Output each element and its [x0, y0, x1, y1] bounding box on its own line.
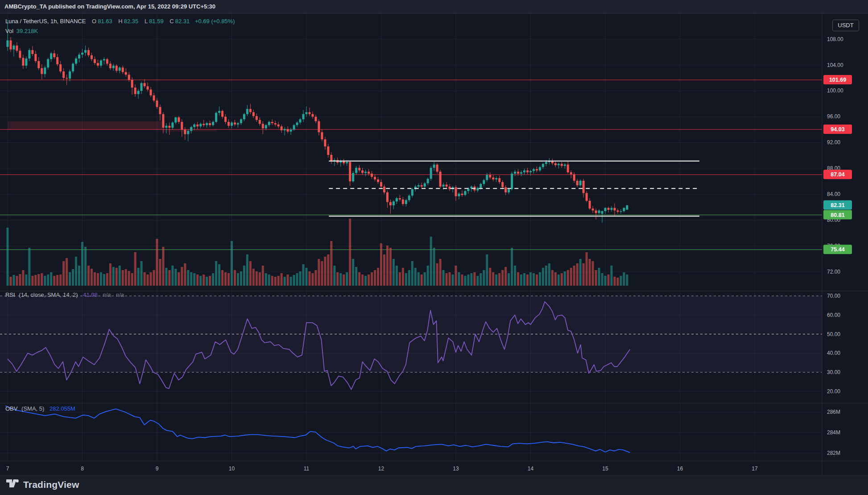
tradingview-footer[interactable]: TradingView: [6, 478, 79, 491]
rsi-na-1: n/a: [103, 291, 111, 298]
svg-text:101.69: 101.69: [829, 77, 846, 83]
svg-text:108.00: 108.00: [827, 36, 843, 42]
currency-toggle-button[interactable]: USDT: [832, 20, 859, 31]
high-value: 82.35: [124, 18, 139, 25]
svg-text:100.00: 100.00: [827, 87, 843, 94]
tradingview-wordmark: TradingView: [23, 479, 79, 490]
volume-label[interactable]: Vol: [5, 28, 13, 34]
svg-text:13: 13: [453, 466, 459, 472]
open-value: 81.63: [98, 18, 112, 25]
low-label: L: [145, 18, 148, 25]
svg-text:282M: 282M: [827, 450, 840, 456]
volume-value: 39.218K: [17, 28, 38, 34]
svg-text:11: 11: [304, 466, 310, 472]
change-value: +0.69 (+0.85%): [195, 18, 235, 25]
svg-text:10: 10: [229, 466, 235, 472]
svg-text:14: 14: [528, 466, 534, 472]
svg-text:16: 16: [677, 466, 683, 472]
svg-text:20.00: 20.00: [827, 388, 840, 395]
chart-canvas[interactable]: 108.00104.00100.0096.0092.0088.0084.0080…: [0, 0, 868, 495]
rsi-title[interactable]: RSI: [5, 291, 15, 298]
low-value: 81.59: [149, 18, 164, 25]
svg-text:12: 12: [378, 466, 384, 472]
svg-text:84.00: 84.00: [827, 191, 840, 197]
open-label: O: [92, 18, 96, 25]
svg-text:96.00: 96.00: [827, 113, 840, 120]
svg-text:94.03: 94.03: [831, 126, 844, 133]
svg-text:8: 8: [81, 466, 84, 472]
svg-text:7: 7: [6, 466, 9, 472]
high-label: H: [118, 18, 122, 25]
obv-params: (SMA, 5): [21, 405, 44, 412]
rsi-legend: RSI (14, close, SMA, 14, 2) 41.98 n/a n/…: [5, 291, 124, 298]
volume-legend: Vol 39.218K: [5, 28, 38, 34]
svg-text:92.00: 92.00: [827, 139, 840, 146]
close-label: C: [169, 18, 174, 25]
svg-text:70.00: 70.00: [827, 293, 840, 299]
obv-legend: OBV (SMA, 5) 282.055M: [5, 405, 75, 412]
svg-text:87.04: 87.04: [831, 171, 844, 178]
publish-title: AMBCrypto_TA published on TradingView.co…: [4, 3, 215, 10]
svg-text:80.81: 80.81: [831, 212, 844, 218]
rsi-value: 41.98: [83, 291, 98, 298]
close-value: 82.31: [175, 18, 190, 25]
obv-title[interactable]: OBV: [5, 405, 17, 412]
rsi-na-2: n/a: [116, 291, 124, 298]
svg-text:286M: 286M: [827, 409, 840, 415]
svg-text:104.00: 104.00: [827, 62, 843, 68]
svg-text:82.31: 82.31: [831, 202, 844, 208]
tradingview-logo-icon: [6, 478, 20, 491]
svg-text:30.00: 30.00: [827, 369, 840, 375]
svg-text:9: 9: [156, 466, 159, 472]
symbol-title[interactable]: Luna / TetherUS, 1h, BINANCE: [5, 18, 86, 25]
svg-text:75.44: 75.44: [831, 246, 844, 253]
svg-text:17: 17: [752, 466, 758, 472]
svg-text:40.00: 40.00: [827, 350, 840, 356]
tradingview-published-chart: AMBCrypto_TA published on TradingView.co…: [0, 0, 868, 495]
symbol-legend: Luna / TetherUS, 1h, BINANCE O81.63 H82.…: [5, 18, 235, 25]
svg-text:72.00: 72.00: [827, 269, 840, 275]
svg-text:15: 15: [602, 466, 608, 472]
rsi-params: (14, close, SMA, 14, 2): [19, 291, 78, 298]
svg-text:284M: 284M: [827, 429, 840, 436]
svg-text:50.00: 50.00: [827, 331, 840, 337]
publish-header: AMBCrypto_TA published on TradingView.co…: [0, 0, 868, 13]
obv-value: 282.055M: [50, 405, 75, 412]
svg-text:60.00: 60.00: [827, 312, 840, 318]
